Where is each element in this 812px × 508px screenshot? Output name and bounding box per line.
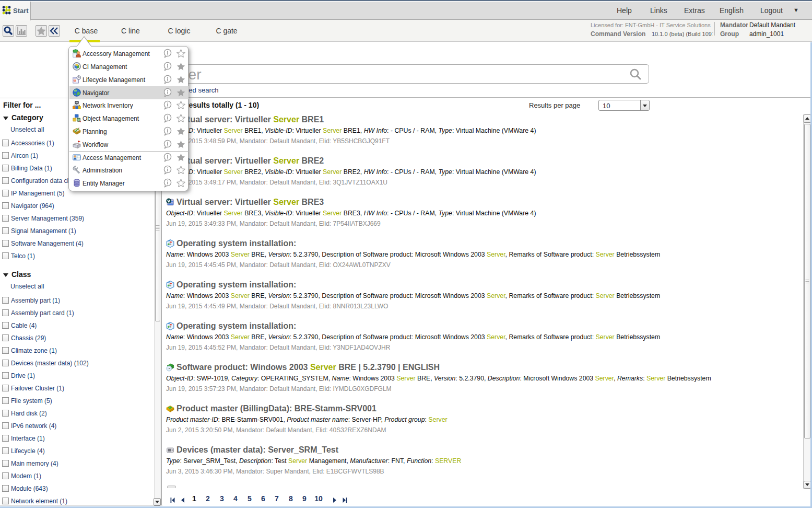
svg-text:12: 12 [74, 79, 76, 82]
